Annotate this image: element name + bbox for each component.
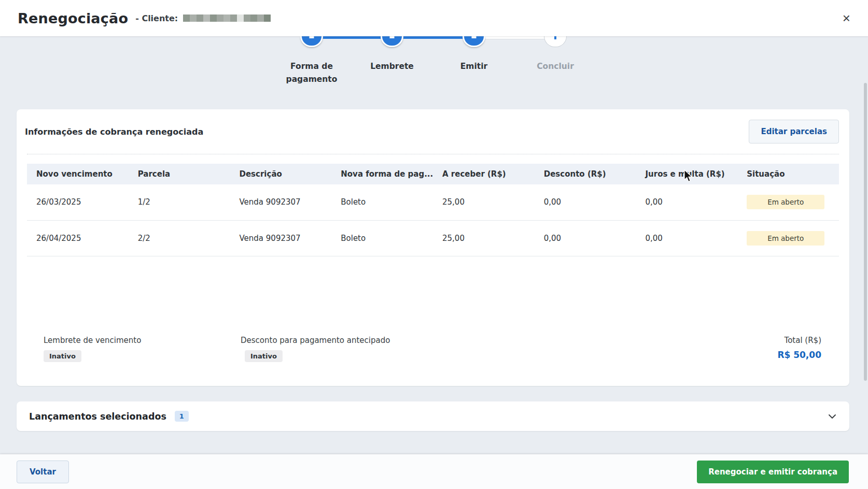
selected-entries-title: Lançamentos selecionados [29,411,166,422]
cell-a-receber: 25,00 [433,220,535,256]
due-reminder-label: Lembrete de vencimento [44,336,141,345]
col-nova-forma: Nova forma de pag... [331,164,433,184]
card-header: Informações de cobrança renegociada Edit… [27,109,839,154]
cell-desconto: 0,00 [535,220,636,256]
status-badge: Em aberto [747,231,824,246]
chevron-down-icon[interactable] [828,412,837,421]
early-payment-discount-label: Desconto para pagamento antecipado [241,336,390,345]
selected-entries-count-badge: 1 [175,411,189,422]
due-reminder-block: Lembrete de vencimento Inativo [44,336,141,362]
col-descricao: Descrição [230,164,332,184]
cell-juros-multa: 0,00 [636,184,738,220]
col-situacao: Situação [737,164,839,184]
total-value: R$ 50,00 [777,350,821,360]
cell-parcela: 2/2 [129,220,230,256]
back-button[interactable]: Voltar [17,461,69,483]
table-header-row: Novo vencimento Parcela Descrição Nova f… [27,164,839,184]
table-row[interactable]: 26/04/2025 2/2 Venda 9092307 Boleto 25,0… [27,220,839,256]
col-a-receber: A receber (R$) [433,164,535,184]
col-parcela: Parcela [129,164,230,184]
cell-nova-forma: Boleto [331,184,433,220]
close-icon[interactable]: × [839,10,853,26]
cell-parcela: 1/2 [129,184,230,220]
col-novo-vencimento: Novo vencimento [27,164,129,184]
cell-nova-forma: Boleto [331,220,433,256]
cell-novo-vencimento: 26/04/2025 [27,220,129,256]
stepper-remaining-line [474,36,555,39]
edit-installments-button[interactable]: Editar parcelas [749,120,839,143]
total-label: Total (R$) [777,336,821,345]
card-footer-info: Lembrete de vencimento Inativo Desconto … [44,336,821,368]
step-circle-concluir [544,36,567,47]
card-title: Informações de cobrança renegociada [25,127,203,137]
step-label-lembrete: Lembrete [356,60,428,73]
action-bar: Voltar Renegociar e emitir cobrança [0,454,868,489]
table-row[interactable]: 26/03/2025 1/2 Venda 9092307 Boleto 25,0… [27,184,839,220]
cell-situacao: Em aberto [737,184,839,220]
col-desconto: Desconto (R$) [535,164,636,184]
vertical-scrollbar[interactable] [864,83,867,381]
col-juros-multa: Juros e multa (R$) [636,164,738,184]
early-payment-discount-block: Desconto para pagamento antecipado Inati… [241,336,390,362]
step-circle-lembrete [381,36,403,47]
cell-novo-vencimento: 26/03/2025 [27,184,129,220]
dialog-header: Renegociação - Cliente: × [0,0,868,36]
total-block: Total (R$) R$ 50,00 [777,336,821,360]
step-label-emitir: Emitir [438,60,510,73]
due-reminder-status-badge: Inativo [44,350,81,362]
cell-desconto: 0,00 [535,184,636,220]
client-label: - Cliente: [135,13,178,23]
client-name-redacted [183,15,271,22]
step-circle-emitir [463,36,485,47]
step-label-forma-de-pagamento: Forma de pagamento [283,60,340,86]
cell-juros-multa: 0,00 [636,220,738,256]
step-circle-forma-de-pagamento [300,36,323,47]
step-label-concluir: Concluir [519,60,592,73]
renegotiated-billing-card: Informações de cobrança renegociada Edit… [17,109,849,386]
page-title: Renegociação [18,10,128,26]
installments-table: Novo vencimento Parcela Descrição Nova f… [27,164,839,256]
cell-descricao: Venda 9092307 [230,184,332,220]
cell-a-receber: 25,00 [433,184,535,220]
early-payment-discount-status-badge: Inativo [245,350,283,362]
status-badge: Em aberto [747,195,824,209]
cell-situacao: Em aberto [737,220,839,256]
cell-descricao: Venda 9092307 [230,220,332,256]
selected-entries-panel[interactable]: Lançamentos selecionados 1 [17,401,849,431]
renegotiate-submit-button[interactable]: Renegociar e emitir cobrança [697,461,849,483]
